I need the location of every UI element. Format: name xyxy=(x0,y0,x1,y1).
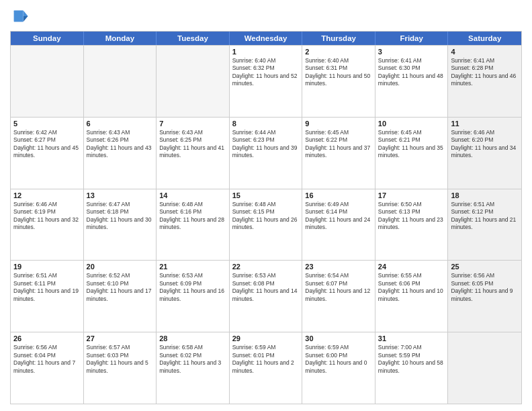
day-number: 2 xyxy=(305,48,372,56)
calendar: SundayMondayTuesdayWednesdayThursdayFrid… xyxy=(10,31,522,404)
day-number: 3 xyxy=(378,48,445,56)
day-number: 28 xyxy=(159,334,226,342)
day-number: 1 xyxy=(232,48,300,56)
cal-cell: 5Sunrise: 6:42 AMSunset: 6:27 PMDaylight… xyxy=(11,118,84,189)
day-info: Sunrise: 6:51 AMSunset: 6:12 PMDaylight:… xyxy=(451,201,519,232)
day-info: Sunrise: 6:43 AMSunset: 6:26 PMDaylight:… xyxy=(87,129,154,160)
cal-cell: 15Sunrise: 6:48 AMSunset: 6:15 PMDayligh… xyxy=(230,189,303,261)
cal-cell: 27Sunrise: 6:57 AMSunset: 6:03 PMDayligh… xyxy=(84,332,157,404)
day-info: Sunrise: 6:51 AMSunset: 6:11 PMDaylight:… xyxy=(13,272,81,303)
cal-cell: 9Sunrise: 6:45 AMSunset: 6:22 PMDaylight… xyxy=(302,118,375,189)
day-number: 31 xyxy=(378,334,445,342)
cal-cell: 20Sunrise: 6:52 AMSunset: 6:10 PMDayligh… xyxy=(84,261,157,332)
day-number: 13 xyxy=(87,191,154,199)
day-number: 15 xyxy=(232,191,300,199)
cal-cell: 12Sunrise: 6:46 AMSunset: 6:19 PMDayligh… xyxy=(11,189,84,261)
calendar-body: 1Sunrise: 6:40 AMSunset: 6:32 PMDaylight… xyxy=(11,45,521,404)
day-number: 11 xyxy=(451,120,519,128)
page: SundayMondayTuesdayWednesdayThursdayFrid… xyxy=(0,0,532,411)
day-number: 19 xyxy=(13,263,81,271)
day-number: 16 xyxy=(305,191,372,199)
day-header-sunday: Sunday xyxy=(11,32,84,45)
day-info: Sunrise: 6:41 AMSunset: 6:30 PMDaylight:… xyxy=(378,57,445,88)
day-info: Sunrise: 6:59 AMSunset: 6:00 PMDaylight:… xyxy=(305,344,372,375)
day-info: Sunrise: 6:45 AMSunset: 6:21 PMDaylight:… xyxy=(378,129,445,160)
logo xyxy=(10,7,32,26)
day-info: Sunrise: 6:48 AMSunset: 6:16 PMDaylight:… xyxy=(159,201,226,232)
day-header-friday: Friday xyxy=(375,32,449,45)
cal-cell: 13Sunrise: 6:47 AMSunset: 6:18 PMDayligh… xyxy=(84,189,157,261)
svg-marker-1 xyxy=(24,16,28,21)
day-number: 20 xyxy=(87,263,154,271)
cal-cell: 31Sunrise: 7:00 AMSunset: 5:59 PMDayligh… xyxy=(375,332,449,404)
day-number: 8 xyxy=(232,120,300,128)
day-number: 26 xyxy=(13,334,81,342)
cal-cell xyxy=(84,46,157,117)
calendar-header: SundayMondayTuesdayWednesdayThursdayFrid… xyxy=(11,32,521,45)
day-number: 17 xyxy=(378,191,445,199)
week-row-3: 12Sunrise: 6:46 AMSunset: 6:19 PMDayligh… xyxy=(11,189,521,261)
cal-cell: 4Sunrise: 6:41 AMSunset: 6:28 PMDaylight… xyxy=(448,46,521,117)
day-info: Sunrise: 6:56 AMSunset: 6:05 PMDaylight:… xyxy=(451,272,519,303)
day-number: 18 xyxy=(451,191,519,199)
day-info: Sunrise: 6:44 AMSunset: 6:23 PMDaylight:… xyxy=(232,129,300,160)
cal-cell: 26Sunrise: 6:56 AMSunset: 6:04 PMDayligh… xyxy=(11,332,84,404)
day-info: Sunrise: 7:00 AMSunset: 5:59 PMDaylight:… xyxy=(378,344,445,375)
day-info: Sunrise: 6:40 AMSunset: 6:31 PMDaylight:… xyxy=(305,57,372,88)
cal-cell: 10Sunrise: 6:45 AMSunset: 6:21 PMDayligh… xyxy=(375,118,449,189)
day-info: Sunrise: 6:45 AMSunset: 6:22 PMDaylight:… xyxy=(305,129,372,160)
day-number: 14 xyxy=(159,191,226,199)
day-info: Sunrise: 6:54 AMSunset: 6:07 PMDaylight:… xyxy=(305,272,372,303)
day-number: 23 xyxy=(305,263,372,271)
day-number: 4 xyxy=(451,48,519,56)
day-info: Sunrise: 6:46 AMSunset: 6:19 PMDaylight:… xyxy=(13,201,81,232)
cal-cell: 1Sunrise: 6:40 AMSunset: 6:32 PMDaylight… xyxy=(230,46,303,117)
cal-cell xyxy=(157,46,230,117)
cal-cell: 25Sunrise: 6:56 AMSunset: 6:05 PMDayligh… xyxy=(448,261,521,332)
cal-cell xyxy=(11,46,84,117)
day-info: Sunrise: 6:48 AMSunset: 6:15 PMDaylight:… xyxy=(232,201,300,232)
day-header-saturday: Saturday xyxy=(448,32,521,45)
cal-cell: 3Sunrise: 6:41 AMSunset: 6:30 PMDaylight… xyxy=(375,46,449,117)
day-header-thursday: Thursday xyxy=(302,32,375,45)
cal-cell: 30Sunrise: 6:59 AMSunset: 6:00 PMDayligh… xyxy=(302,332,375,404)
day-info: Sunrise: 6:53 AMSunset: 6:08 PMDaylight:… xyxy=(232,272,300,303)
week-row-4: 19Sunrise: 6:51 AMSunset: 6:11 PMDayligh… xyxy=(11,260,521,332)
day-number: 12 xyxy=(13,191,81,199)
day-header-tuesday: Tuesday xyxy=(157,32,230,45)
day-info: Sunrise: 6:52 AMSunset: 6:10 PMDaylight:… xyxy=(87,272,154,303)
cal-cell: 16Sunrise: 6:49 AMSunset: 6:14 PMDayligh… xyxy=(302,189,375,261)
cal-cell: 17Sunrise: 6:50 AMSunset: 6:13 PMDayligh… xyxy=(375,189,449,261)
day-header-wednesday: Wednesday xyxy=(230,32,303,45)
cal-cell: 18Sunrise: 6:51 AMSunset: 6:12 PMDayligh… xyxy=(448,189,521,261)
svg-rect-2 xyxy=(14,11,24,22)
day-number: 24 xyxy=(378,263,445,271)
day-number: 21 xyxy=(159,263,226,271)
day-info: Sunrise: 6:47 AMSunset: 6:18 PMDaylight:… xyxy=(87,201,154,232)
day-number: 30 xyxy=(305,334,372,342)
day-info: Sunrise: 6:57 AMSunset: 6:03 PMDaylight:… xyxy=(87,344,154,375)
day-number: 22 xyxy=(232,263,300,271)
week-row-2: 5Sunrise: 6:42 AMSunset: 6:27 PMDaylight… xyxy=(11,117,521,189)
cal-cell: 2Sunrise: 6:40 AMSunset: 6:31 PMDaylight… xyxy=(302,46,375,117)
cal-cell: 24Sunrise: 6:55 AMSunset: 6:06 PMDayligh… xyxy=(375,261,449,332)
cal-cell: 29Sunrise: 6:59 AMSunset: 6:01 PMDayligh… xyxy=(230,332,303,404)
day-info: Sunrise: 6:56 AMSunset: 6:04 PMDaylight:… xyxy=(13,344,81,375)
day-number: 5 xyxy=(13,120,81,128)
cal-cell: 21Sunrise: 6:53 AMSunset: 6:09 PMDayligh… xyxy=(157,261,230,332)
cal-cell: 6Sunrise: 6:43 AMSunset: 6:26 PMDaylight… xyxy=(84,118,157,189)
cal-cell xyxy=(448,332,521,404)
day-info: Sunrise: 6:53 AMSunset: 6:09 PMDaylight:… xyxy=(159,272,226,303)
day-info: Sunrise: 6:46 AMSunset: 6:20 PMDaylight:… xyxy=(451,129,519,160)
week-row-5: 26Sunrise: 6:56 AMSunset: 6:04 PMDayligh… xyxy=(11,332,521,404)
day-number: 27 xyxy=(87,334,154,342)
week-row-1: 1Sunrise: 6:40 AMSunset: 6:32 PMDaylight… xyxy=(11,45,521,117)
header xyxy=(10,7,522,26)
day-info: Sunrise: 6:43 AMSunset: 6:25 PMDaylight:… xyxy=(159,129,226,160)
day-number: 10 xyxy=(378,120,445,128)
day-number: 7 xyxy=(159,120,226,128)
cal-cell: 7Sunrise: 6:43 AMSunset: 6:25 PMDaylight… xyxy=(157,118,230,189)
day-info: Sunrise: 6:49 AMSunset: 6:14 PMDaylight:… xyxy=(305,201,372,232)
day-header-monday: Monday xyxy=(84,32,157,45)
day-number: 25 xyxy=(451,263,519,271)
